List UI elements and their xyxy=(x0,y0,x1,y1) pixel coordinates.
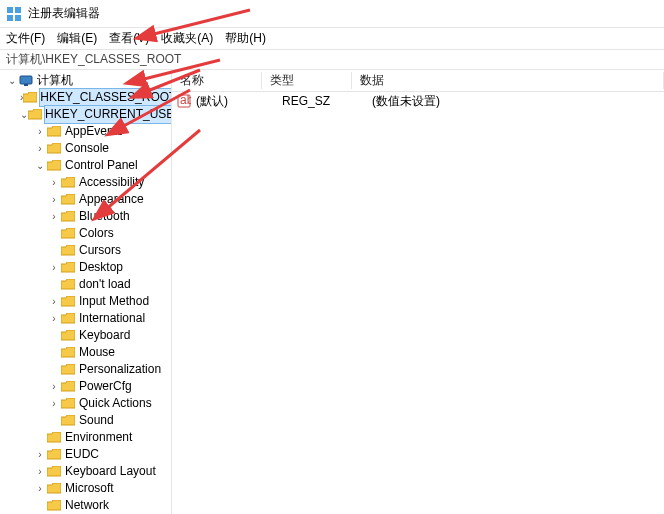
list-body[interactable]: ab (默认) REG_SZ (数值未设置) xyxy=(172,92,664,514)
expander-icon[interactable]: › xyxy=(48,378,60,395)
tree-root-computer[interactable]: ⌄ 计算机 xyxy=(0,72,171,89)
tree-appearance[interactable]: ›Appearance xyxy=(0,191,171,208)
tree-pane[interactable]: ⌄ 计算机 › HKEY_CLASSES_ROOT ⌄ xyxy=(0,70,172,514)
folder-icon xyxy=(46,464,62,480)
folder-icon xyxy=(46,447,62,463)
folder-icon xyxy=(46,481,62,497)
tree-inputmethod[interactable]: ›Input Method xyxy=(0,293,171,310)
expander-icon[interactable]: ⌄ xyxy=(6,72,18,89)
address-bar[interactable]: 计算机\HKEY_CLASSES_ROOT xyxy=(0,50,664,70)
folder-icon xyxy=(60,396,76,412)
expander-icon[interactable]: › xyxy=(48,259,60,276)
tree-label: Microsoft xyxy=(65,480,114,497)
menu-view[interactable]: 查看(V) xyxy=(109,30,149,47)
tree-label: AppEvents xyxy=(65,123,123,140)
tree-colors[interactable]: Colors xyxy=(0,225,171,242)
tree-hkcr[interactable]: › HKEY_CLASSES_ROOT xyxy=(0,89,171,106)
tree-hkcu[interactable]: ⌄ HKEY_CURRENT_USER xyxy=(0,106,171,123)
tree-dontload[interactable]: don't load xyxy=(0,276,171,293)
folder-icon xyxy=(60,413,76,429)
tree-label: Network xyxy=(65,497,109,514)
title-bar: 注册表编辑器 xyxy=(0,0,664,28)
tree-quickactions[interactable]: ›Quick Actions xyxy=(0,395,171,412)
folder-icon xyxy=(60,294,76,310)
folder-icon xyxy=(60,362,76,378)
tree-mouse[interactable]: Mouse xyxy=(0,344,171,361)
folder-icon xyxy=(60,192,76,208)
folder-icon xyxy=(28,107,42,123)
menu-bar: 文件(F) 编辑(E) 查看(V) 收藏夹(A) 帮助(H) xyxy=(0,28,664,50)
menu-edit[interactable]: 编辑(E) xyxy=(57,30,97,47)
col-type[interactable]: 类型 xyxy=(262,72,352,89)
svg-rect-2 xyxy=(7,15,13,21)
folder-icon xyxy=(60,226,76,242)
value-data: (数值未设置) xyxy=(372,93,664,110)
expander-icon[interactable]: › xyxy=(34,480,46,497)
tree-label: Accessibility xyxy=(79,174,144,191)
expander-icon[interactable]: ⌄ xyxy=(34,157,46,174)
svg-rect-4 xyxy=(20,76,32,84)
value-row-default[interactable]: ab (默认) REG_SZ (数值未设置) xyxy=(172,92,664,110)
menu-favorites[interactable]: 收藏夹(A) xyxy=(161,30,213,47)
expander-icon[interactable]: › xyxy=(34,463,46,480)
computer-icon xyxy=(18,73,34,89)
tree-accessibility[interactable]: ›Accessibility xyxy=(0,174,171,191)
tree-environment[interactable]: Environment xyxy=(0,429,171,446)
expander-icon[interactable]: › xyxy=(48,293,60,310)
tree-cursors[interactable]: Cursors xyxy=(0,242,171,259)
col-name[interactable]: 名称 xyxy=(172,72,262,89)
folder-icon xyxy=(46,498,62,514)
string-value-icon: ab xyxy=(176,93,192,109)
expander-icon[interactable]: › xyxy=(48,208,60,225)
tree-label: don't load xyxy=(79,276,131,293)
tree-label: Environment xyxy=(65,429,132,446)
expander-icon[interactable]: ⌄ xyxy=(20,106,28,123)
expander-icon[interactable]: › xyxy=(48,191,60,208)
folder-icon xyxy=(60,209,76,225)
expander-icon[interactable]: › xyxy=(48,310,60,327)
svg-rect-0 xyxy=(7,7,13,13)
menu-help[interactable]: 帮助(H) xyxy=(225,30,266,47)
menu-file[interactable]: 文件(F) xyxy=(6,30,45,47)
folder-icon xyxy=(60,345,76,361)
content-area: ⌄ 计算机 › HKEY_CLASSES_ROOT ⌄ xyxy=(0,70,664,514)
tree-label: Appearance xyxy=(79,191,144,208)
tree-keyboard[interactable]: Keyboard xyxy=(0,327,171,344)
folder-icon xyxy=(60,260,76,276)
expander-icon[interactable]: › xyxy=(48,174,60,191)
tree-eudc[interactable]: ›EUDC xyxy=(0,446,171,463)
tree-appevents[interactable]: ›AppEvents xyxy=(0,123,171,140)
tree-bluetooth[interactable]: ›Bluetooth xyxy=(0,208,171,225)
tree-label: International xyxy=(79,310,145,327)
expander-icon[interactable]: › xyxy=(34,140,46,157)
tree-label: Mouse xyxy=(79,344,115,361)
expander-icon[interactable]: › xyxy=(48,395,60,412)
folder-icon xyxy=(23,90,37,106)
tree-label: HKEY_CURRENT_USER xyxy=(45,106,172,123)
address-text: 计算机\HKEY_CLASSES_ROOT xyxy=(6,51,181,68)
tree-personalization[interactable]: Personalization xyxy=(0,361,171,378)
svg-rect-3 xyxy=(15,15,21,21)
tree-desktop[interactable]: ›Desktop xyxy=(0,259,171,276)
col-data[interactable]: 数据 xyxy=(352,72,664,89)
folder-icon xyxy=(46,430,62,446)
tree-label: Quick Actions xyxy=(79,395,152,412)
tree-controlpanel[interactable]: ⌄Control Panel xyxy=(0,157,171,174)
expander-icon[interactable]: › xyxy=(34,446,46,463)
tree-international[interactable]: ›International xyxy=(0,310,171,327)
folder-icon xyxy=(46,141,62,157)
value-name: (默认) xyxy=(196,93,282,110)
tree-label: Cursors xyxy=(79,242,121,259)
folder-icon xyxy=(60,379,76,395)
tree-microsoft[interactable]: ›Microsoft xyxy=(0,480,171,497)
tree-powercfg[interactable]: ›PowerCfg xyxy=(0,378,171,395)
folder-icon xyxy=(60,175,76,191)
tree-sound[interactable]: Sound xyxy=(0,412,171,429)
folder-icon xyxy=(60,311,76,327)
tree-network[interactable]: Network xyxy=(0,497,171,514)
folder-icon xyxy=(46,124,62,140)
expander-icon[interactable]: › xyxy=(34,123,46,140)
tree-label: PowerCfg xyxy=(79,378,132,395)
tree-console[interactable]: ›Console xyxy=(0,140,171,157)
tree-keyboardlayout[interactable]: ›Keyboard Layout xyxy=(0,463,171,480)
